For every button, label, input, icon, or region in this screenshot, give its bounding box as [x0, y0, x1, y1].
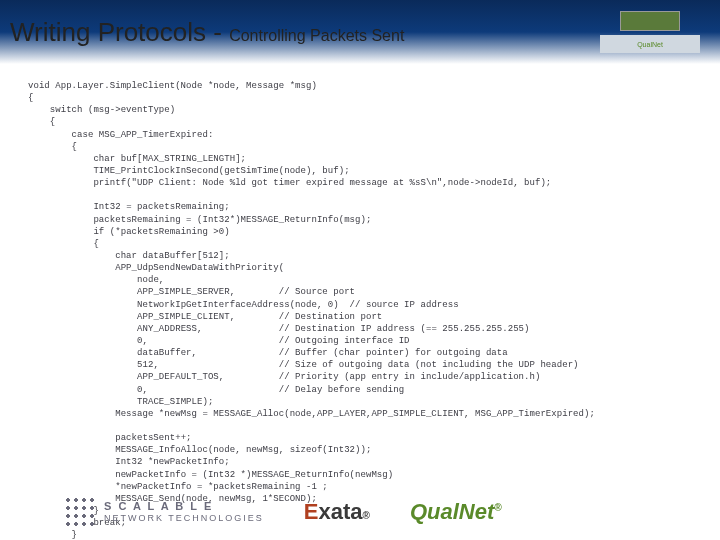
- scalable-logo: S C A L A B L E NETWORK TECHNOLOGIES: [64, 496, 264, 528]
- title-sub: Controlling Packets Sent: [229, 27, 404, 44]
- slide-footer: S C A L A B L E NETWORK TECHNOLOGIES Exa…: [0, 484, 720, 540]
- exata-rest: xata: [319, 499, 363, 525]
- scalable-icon: [64, 496, 96, 528]
- thumbnail-2: QualNet: [600, 35, 700, 53]
- code-block: void App.Layer.SimpleClient(Node *node, …: [28, 80, 692, 540]
- header-thumbnails: QualNet: [580, 0, 720, 64]
- thumbnail-1: [620, 11, 680, 31]
- qualnet-logo: QualNet®: [410, 499, 502, 525]
- code-content: void App.Layer.SimpleClient(Node *node, …: [0, 64, 720, 540]
- exata-e: E: [304, 499, 319, 525]
- title-main: Writing Protocols -: [10, 17, 229, 47]
- qualnet-tm: ®: [494, 502, 501, 513]
- slide-header: Writing Protocols - Controlling Packets …: [0, 0, 720, 64]
- scalable-line2: NETWORK TECHNOLOGIES: [104, 513, 264, 524]
- qualnet-text: QualNet: [410, 499, 494, 524]
- exata-tm: ®: [363, 510, 370, 521]
- thumb-qualnet: QualNet: [637, 41, 663, 48]
- scalable-text: S C A L A B L E NETWORK TECHNOLOGIES: [104, 500, 264, 524]
- slide-title: Writing Protocols - Controlling Packets …: [10, 17, 404, 48]
- exata-logo: Exata®: [304, 499, 370, 525]
- scalable-line1: S C A L A B L E: [104, 500, 264, 513]
